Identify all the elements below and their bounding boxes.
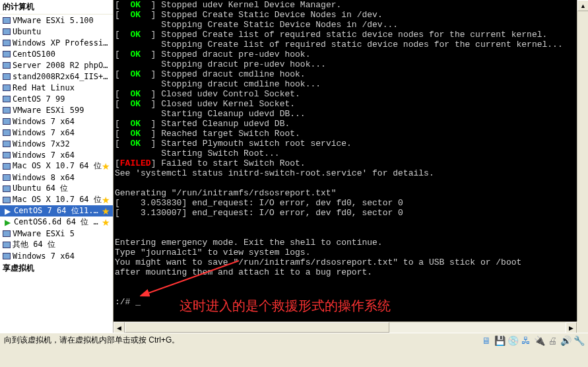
vm-item[interactable]: Server 2008 R2 phpONLY-36 [0, 59, 113, 71]
star-icon: ★ [102, 161, 110, 172]
vm-item[interactable]: VMware ESXi 5 [0, 228, 113, 239]
scroll-up-button[interactable]: ▲ [577, 0, 588, 11]
terminal-line: Entering emergency mode. Exit the shell … [115, 238, 587, 248]
terminal-line: Stopping Create Static Device Nodes in /… [115, 20, 587, 30]
terminal-line: Type "journalctl" to view system logs. [115, 248, 587, 257]
terminal-line: [ OK ] Reached target Switch Root. [115, 129, 587, 139]
tray-icons: 🖥 💾 💿 🖧 🔌 🖨 🔊 🔧 [481, 335, 584, 346]
vm-label: CentOS6.6d 64 位 11.128 [14, 217, 102, 228]
vm-label: Windows 7 x64 [13, 251, 110, 261]
vm-icon [3, 141, 11, 147]
terminal-line: [ OK ] Stopped dracut cmdline hook. [115, 69, 587, 79]
scroll-thumb[interactable] [125, 322, 389, 333]
sidebar-header: 的计算机 [0, 0, 113, 15]
terminal-line: [ OK ] Started Cleanup udevd DB. [115, 119, 587, 129]
terminal-line: You might want to save "/run/initramfs/r… [115, 257, 587, 267]
scroll-corner [577, 321, 588, 333]
usb-icon[interactable]: 🔌 [534, 335, 544, 346]
status-bar: 向到该虚拟机，请在虚拟机内部单击或按 Ctrl+G。 🖥 💾 💿 🖧 🔌 🖨 🔊… [0, 333, 588, 347]
star-icon: ★ [102, 195, 110, 205]
vm-item[interactable]: Windows 7 x64 [0, 149, 113, 160]
vm-icon [3, 28, 11, 35]
vm-icon [3, 73, 11, 80]
disk-icon[interactable]: 💾 [494, 335, 505, 346]
network-icon[interactable]: 🖧 [521, 335, 531, 346]
terminal-line: [ OK ] Closed udev Control Socket. [115, 89, 587, 99]
vm-running-icon: ▶ [3, 207, 12, 216]
terminal-line: Stopping Create list of required static … [115, 40, 587, 50]
vm-label: Windows 7 x64 [13, 128, 110, 137]
tools-icon[interactable]: 🔧 [573, 335, 584, 346]
terminal-line: [ OK ] Stopped Create list of required s… [115, 30, 587, 40]
terminal-line: Stopping dracut cmdline hook... [115, 79, 587, 89]
vm-icon [3, 84, 11, 91]
vm-icon [3, 51, 11, 57]
vm-item[interactable]: Windows XP Professional [0, 37, 113, 48]
vm-icon [3, 242, 11, 248]
vm-icon [3, 185, 11, 192]
vm-label: Red Hat Linux [13, 83, 110, 92]
vm-icon [3, 96, 11, 102]
vm-label: stand2008R2x64_IIS+PHP [13, 72, 110, 81]
vm-label: 其他 64 位 [13, 239, 110, 250]
vm-icon [3, 17, 11, 24]
vm-label: Ubuntu [13, 27, 110, 36]
vm-item[interactable]: stand2008R2x64_IIS+PHP [0, 71, 113, 82]
scrollbar-vertical[interactable]: ▲ [577, 0, 588, 321]
vm-icon [3, 230, 11, 237]
vm-item[interactable]: 其他 64 位 [0, 239, 113, 250]
vm-item[interactable]: CentOS100 [0, 48, 113, 59]
vm-item[interactable]: Red Hat Linux [0, 82, 113, 93]
terminal-line: [ OK ] Closed udev Kernel Socket. [115, 99, 587, 109]
vm-item[interactable]: ▶CentOS 7 64 位11.129★ [0, 205, 113, 217]
vm-label: Server 2008 R2 phpONLY-36 [13, 61, 110, 70]
vm-item[interactable]: Windows 7 x64 [0, 250, 113, 261]
vm-icon [3, 129, 11, 136]
vm-item[interactable]: Mac OS X 10.7 64 位★ [0, 160, 113, 172]
scroll-right-button[interactable]: ▶ [566, 322, 577, 333]
vm-icon [3, 152, 11, 158]
vm-label: Windows 8 x64 [13, 173, 110, 182]
vm-label: CentOS 7 99 [13, 94, 110, 104]
vm-item[interactable]: Ubuntu [0, 26, 113, 37]
vm-item[interactable]: Windows 8 x64 [0, 172, 113, 183]
terminal-area[interactable]: [ OK ] Stopped udev Kernel Device Manage… [114, 0, 588, 333]
cd-icon[interactable]: 💿 [507, 335, 518, 346]
vm-label: Windows 7x32 [13, 139, 110, 149]
vm-label: Ubuntu 64 位 [13, 183, 110, 194]
vm-sidebar: 的计算机 VMware ESXi 5.100UbuntuWindows XP P… [0, 0, 114, 333]
terminal-line: See 'systemctl status initrd-switch-root… [115, 168, 587, 178]
vm-item[interactable]: Ubuntu 64 位 [0, 183, 113, 194]
printer-icon[interactable]: 🖨 [547, 335, 558, 346]
sound-icon[interactable]: 🔊 [560, 335, 571, 346]
vm-item[interactable]: Windows 7 x64 [0, 116, 113, 127]
terminal-line [115, 287, 587, 297]
terminal-line: [ OK ] Started Plymouth switch root serv… [115, 139, 587, 149]
vm-item[interactable]: Windows 7x32 [0, 138, 113, 149]
terminal-line: after mounting them and attach it to a b… [115, 267, 587, 277]
vm-item[interactable]: VMware ESXi 5.100 [0, 15, 113, 26]
scroll-left-button[interactable]: ◀ [114, 322, 125, 333]
terminal-line: [ OK ] Stopped dracut pre-udev hook. [115, 50, 587, 59]
vm-item[interactable]: Windows 7 x64 [0, 127, 113, 138]
vm-icon [3, 62, 11, 69]
vm-label: Windows 7 x64 [13, 150, 110, 160]
terminal-line: [ 3.053830] end_request: I/O error, dev … [115, 198, 587, 208]
vm-label: Mac OS X 10.7 64 位 [13, 160, 102, 172]
vm-item[interactable]: Mac OS X 10.7 64 位★ [0, 194, 113, 205]
vm-item[interactable]: ▶CentOS6.6d 64 位 11.128★ [0, 217, 113, 228]
status-text: 向到该虚拟机，请在虚拟机内部单击或按 Ctrl+G。 [4, 335, 481, 346]
vm-icon [3, 107, 11, 114]
vm-item[interactable]: CentOS 7 99 [0, 93, 113, 104]
monitor-icon[interactable]: 🖥 [481, 335, 492, 346]
terminal-line: :/# _ [115, 297, 587, 307]
terminal-line: Starting Switch Root... [115, 149, 587, 158]
star-icon: ★ [102, 217, 110, 228]
terminal-line: [FAILED] Failed to start Switch Root. [115, 158, 587, 168]
terminal-line: Generating "/run/initramfs/rdsosreport.t… [115, 188, 587, 198]
terminal-line: Starting Cleanup udevd DB... [115, 109, 587, 119]
terminal-line [115, 178, 587, 188]
vm-item[interactable]: VMware ESXi 599 [0, 104, 113, 116]
scrollbar-horizontal[interactable]: ◀ ▶ [114, 321, 577, 333]
star-icon: ★ [102, 206, 110, 217]
